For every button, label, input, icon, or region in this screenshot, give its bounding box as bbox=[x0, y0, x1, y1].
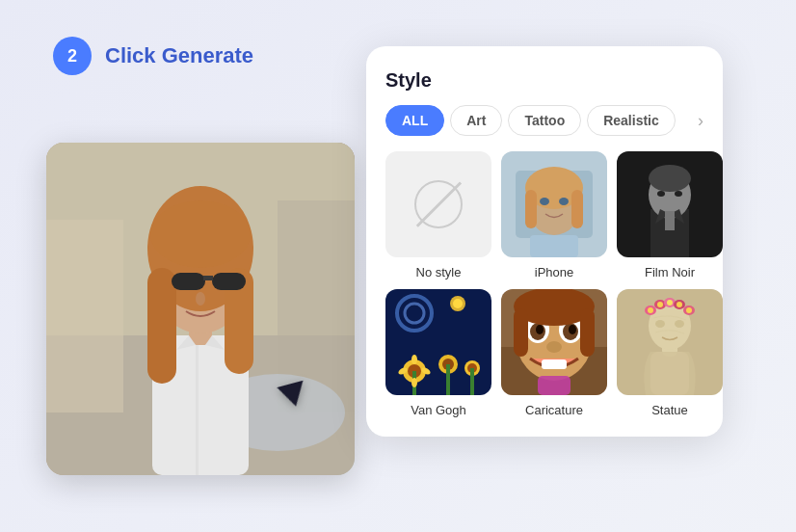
style-thumb-statue bbox=[617, 289, 723, 395]
style-item-film-noir[interactable]: Film Noir bbox=[617, 151, 723, 279]
svg-point-82 bbox=[675, 320, 684, 328]
style-label-no-style: No style bbox=[416, 265, 462, 279]
style-item-caricature[interactable]: Caricature bbox=[501, 289, 607, 417]
step-header: 2 Click Generate bbox=[53, 37, 253, 75]
svg-rect-66 bbox=[538, 376, 570, 395]
photo-card bbox=[46, 143, 355, 475]
no-style-icon bbox=[414, 180, 463, 228]
svg-rect-44 bbox=[446, 364, 450, 395]
svg-point-32 bbox=[675, 191, 682, 197]
style-grid: No style bbox=[385, 151, 703, 417]
svg-rect-62 bbox=[542, 359, 567, 369]
style-label-iphone: iPhone bbox=[535, 265, 573, 279]
style-item-iphone[interactable]: iPhone bbox=[501, 151, 607, 279]
style-panel: Style ALL Art Tattoo Realistic › No styl… bbox=[366, 46, 723, 437]
svg-rect-10 bbox=[147, 268, 176, 384]
style-thumb-iphone bbox=[501, 151, 607, 257]
step-number: 2 bbox=[53, 37, 92, 75]
svg-rect-21 bbox=[525, 190, 537, 228]
svg-rect-64 bbox=[514, 308, 528, 357]
svg-point-24 bbox=[559, 198, 569, 205]
style-thumb-no-style bbox=[385, 151, 491, 257]
tab-tattoo[interactable]: Tattoo bbox=[508, 105, 581, 136]
svg-point-81 bbox=[655, 320, 665, 328]
svg-point-78 bbox=[667, 300, 673, 306]
style-item-van-gogh[interactable]: Van Gogh bbox=[385, 289, 491, 417]
main-container: 2 Click Generate bbox=[0, 0, 796, 532]
svg-point-38 bbox=[453, 299, 463, 308]
tab-art[interactable]: Art bbox=[450, 105, 502, 136]
svg-point-79 bbox=[677, 302, 682, 307]
svg-point-76 bbox=[648, 307, 653, 313]
svg-point-51 bbox=[411, 378, 417, 387]
tabs-chevron-right-icon[interactable]: › bbox=[698, 111, 703, 131]
tab-realistic[interactable]: Realistic bbox=[587, 105, 676, 136]
svg-point-29 bbox=[649, 165, 691, 192]
svg-rect-13 bbox=[212, 273, 246, 290]
style-thumb-caricature bbox=[501, 289, 607, 395]
style-panel-title: Style bbox=[385, 69, 703, 92]
style-label-caricature: Caricature bbox=[525, 403, 583, 417]
svg-point-15 bbox=[196, 292, 205, 306]
svg-point-50 bbox=[411, 355, 417, 364]
style-thumb-film-noir bbox=[617, 151, 723, 257]
step-title: Click Generate bbox=[105, 43, 253, 68]
svg-rect-14 bbox=[203, 276, 213, 280]
style-label-film-noir: Film Noir bbox=[645, 265, 695, 279]
photo-placeholder bbox=[46, 143, 355, 475]
filter-tabs: ALL Art Tattoo Realistic › bbox=[385, 105, 703, 136]
svg-rect-47 bbox=[470, 368, 474, 395]
style-item-no-style[interactable]: No style bbox=[385, 151, 491, 279]
svg-rect-22 bbox=[571, 190, 583, 228]
svg-point-23 bbox=[540, 198, 549, 205]
svg-point-80 bbox=[686, 307, 692, 313]
style-label-van-gogh: Van Gogh bbox=[411, 403, 466, 417]
svg-rect-25 bbox=[530, 235, 578, 257]
svg-point-59 bbox=[536, 325, 544, 334]
style-label-statue: Statue bbox=[651, 403, 688, 417]
svg-rect-12 bbox=[172, 273, 205, 290]
style-item-statue[interactable]: Statue bbox=[617, 289, 723, 417]
svg-rect-65 bbox=[580, 308, 595, 357]
svg-rect-6 bbox=[196, 335, 199, 475]
svg-rect-30 bbox=[665, 211, 675, 230]
svg-rect-2 bbox=[46, 220, 123, 412]
tab-all[interactable]: ALL bbox=[385, 105, 444, 136]
svg-point-77 bbox=[657, 302, 663, 307]
svg-point-16 bbox=[150, 200, 251, 268]
svg-point-61 bbox=[546, 341, 562, 353]
svg-rect-34 bbox=[385, 289, 491, 395]
style-thumb-van-gogh bbox=[385, 289, 491, 395]
svg-point-60 bbox=[569, 325, 576, 334]
svg-point-31 bbox=[657, 191, 665, 197]
